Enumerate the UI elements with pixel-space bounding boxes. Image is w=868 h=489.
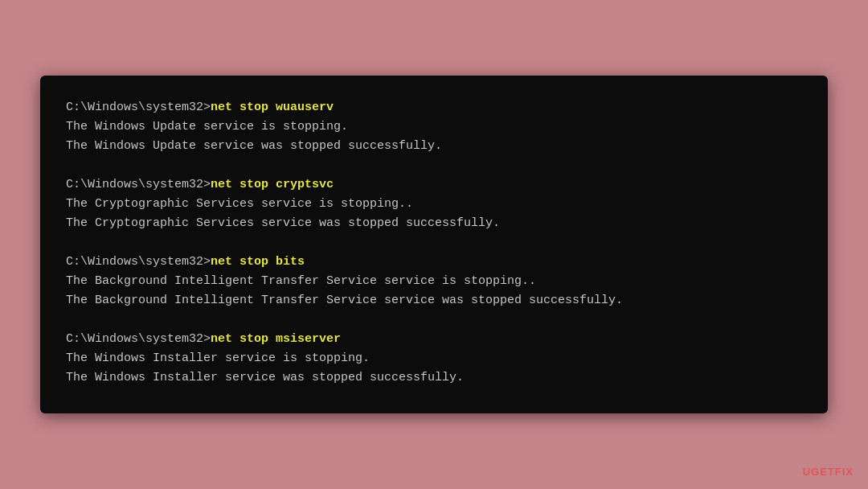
output-4-2: The Windows Installer service was stoppe… [66,368,802,388]
output-3-2: The Background Intelligent Transfer Serv… [66,291,802,310]
cmd-line-4: C:\Windows\system32>net stop msiserver [66,330,802,349]
prompt-3: C:\Windows\system32> [66,255,211,269]
terminal-window: C:\Windows\system32>net stop wuauserv Th… [40,76,828,413]
terminal-block-4: C:\Windows\system32>net stop msiserver T… [66,330,802,388]
output-1-2: The Windows Update service was stopped s… [66,137,802,156]
watermark-suffix: FIX [835,466,854,478]
prompt-2: C:\Windows\system32> [66,178,211,191]
watermark: UGETFIX [803,466,854,478]
output-3-1: The Background Intelligent Transfer Serv… [66,272,802,291]
output-4-1: The Windows Installer service is stoppin… [66,349,802,368]
output-2-1: The Cryptographic Services service is st… [66,195,802,214]
command-1: net stop wuauserv [211,101,334,114]
cmd-line-1: C:\Windows\system32>net stop wuauserv [66,98,802,117]
command-2: net stop cryptsvc [211,178,334,191]
watermark-prefix: UG [803,466,821,478]
output-1-1: The Windows Update service is stopping. [66,117,802,137]
prompt-1: C:\Windows\system32> [66,101,211,114]
command-3: net stop bits [211,255,305,269]
terminal-block-2: C:\Windows\system32>net stop cryptsvc Th… [66,175,802,233]
command-4: net stop msiserver [211,332,341,346]
cmd-line-2: C:\Windows\system32>net stop cryptsvc [66,175,802,195]
terminal-block-3: C:\Windows\system32>net stop bits The Ba… [66,253,802,310]
output-2-2: The Cryptographic Services service was s… [66,214,802,233]
watermark-highlight: ET [820,466,835,478]
cmd-line-3: C:\Windows\system32>net stop bits [66,253,802,272]
terminal-block-1: C:\Windows\system32>net stop wuauserv Th… [66,98,802,156]
prompt-4: C:\Windows\system32> [66,332,211,346]
